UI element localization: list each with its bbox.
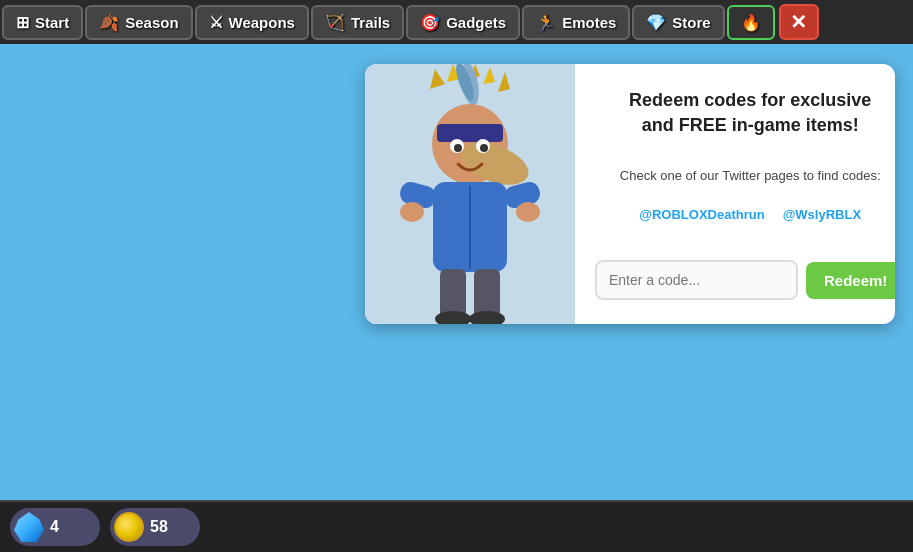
bottom-bar: 4 58 (0, 500, 913, 552)
twitter-handle-2: @WslyRBLX (783, 207, 861, 222)
nav-label-start: Start (35, 14, 69, 31)
emotes-icon: 🏃 (536, 13, 556, 32)
close-button[interactable]: ✕ (779, 4, 819, 40)
main-area: Redeem codes for exclusiveand FREE in-ga… (0, 44, 913, 504)
svg-rect-10 (437, 124, 503, 142)
code-input[interactable] (595, 260, 798, 300)
twitter-handle-1: @ROBLOXDeathrun (639, 207, 764, 222)
nav-item-redeem[interactable]: 🔥 (727, 5, 775, 40)
character-svg (365, 64, 575, 324)
gem-icon (14, 512, 44, 542)
store-icon: 💎 (646, 13, 666, 32)
start-icon: ⊞ (16, 13, 29, 32)
character-display (365, 64, 575, 324)
nav-label-trails: Trails (351, 14, 390, 31)
nav-item-gadgets[interactable]: 🎯 Gadgets (406, 5, 520, 40)
redeem-button[interactable]: Redeem! (806, 262, 895, 299)
redeem-content: Redeem codes for exclusiveand FREE in-ga… (575, 64, 895, 324)
redeem-panel: Redeem codes for exclusiveand FREE in-ga… (365, 64, 895, 324)
nav-item-emotes[interactable]: 🏃 Emotes (522, 5, 630, 40)
nav-label-season: Season (125, 14, 178, 31)
nav-item-store[interactable]: 💎 Store (632, 5, 724, 40)
svg-point-19 (516, 202, 540, 222)
twitter-handles: @ROBLOXDeathrun @WslyRBLX (595, 207, 895, 222)
nav-bar: ⊞ Start 🍂 Season ⚔ Weapons 🏹 Trails 🎯 Ga… (0, 0, 913, 44)
weapons-icon: ⚔ (209, 13, 223, 32)
redeem-fire-icon: 🔥 (741, 13, 761, 32)
code-input-row: Redeem! (595, 260, 895, 300)
gem-currency: 4 (10, 508, 100, 546)
nav-label-store: Store (672, 14, 710, 31)
close-icon: ✕ (790, 10, 807, 34)
coin-icon (114, 512, 144, 542)
nav-item-season[interactable]: 🍂 Season (85, 5, 192, 40)
nav-item-weapons[interactable]: ⚔ Weapons (195, 5, 309, 40)
coin-count: 58 (150, 518, 168, 536)
coin-currency: 58 (110, 508, 200, 546)
gem-count: 4 (50, 518, 59, 536)
gadgets-icon: 🎯 (420, 13, 440, 32)
nav-label-weapons: Weapons (229, 14, 295, 31)
trails-icon: 🏹 (325, 13, 345, 32)
season-icon: 🍂 (99, 13, 119, 32)
nav-label-emotes: Emotes (562, 14, 616, 31)
redeem-title: Redeem codes for exclusiveand FREE in-ga… (595, 88, 895, 138)
nav-item-trails[interactable]: 🏹 Trails (311, 5, 404, 40)
nav-label-gadgets: Gadgets (446, 14, 506, 31)
redeem-subtitle: Check one of our Twitter pages to find c… (595, 168, 895, 183)
svg-point-18 (400, 202, 424, 222)
svg-point-14 (480, 144, 488, 152)
svg-point-13 (454, 144, 462, 152)
nav-item-start[interactable]: ⊞ Start (2, 5, 83, 40)
